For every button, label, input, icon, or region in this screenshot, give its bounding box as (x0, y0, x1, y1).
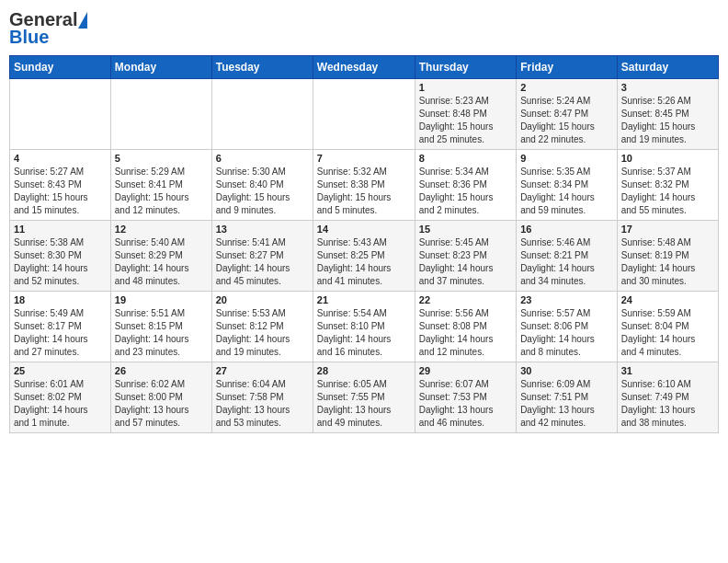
day-info: Sunrise: 6:07 AM Sunset: 7:53 PM Dayligh… (419, 378, 512, 430)
calendar-cell: 17Sunrise: 5:48 AM Sunset: 8:19 PM Dayli… (617, 221, 718, 292)
day-info: Sunrise: 5:38 AM Sunset: 8:30 PM Dayligh… (14, 236, 107, 288)
day-number: 18 (14, 294, 107, 305)
calendar-week-5: 25Sunrise: 6:01 AM Sunset: 8:02 PM Dayli… (10, 362, 719, 433)
day-number: 7 (317, 153, 411, 164)
day-info: Sunrise: 5:37 AM Sunset: 8:32 PM Dayligh… (621, 166, 714, 217)
calendar-week-2: 4Sunrise: 5:27 AM Sunset: 8:43 PM Daylig… (10, 150, 719, 221)
day-number: 23 (520, 294, 613, 305)
logo-blue-text: Blue (9, 27, 49, 48)
calendar-week-1: 1Sunrise: 5:23 AM Sunset: 8:48 PM Daylig… (10, 79, 719, 150)
day-number: 30 (520, 365, 613, 376)
day-number: 25 (14, 365, 107, 376)
day-header-tuesday: Tuesday (211, 56, 313, 79)
day-info: Sunrise: 5:32 AM Sunset: 8:38 PM Dayligh… (317, 166, 411, 217)
calendar-cell: 30Sunrise: 6:09 AM Sunset: 7:51 PM Dayli… (517, 362, 618, 433)
day-info: Sunrise: 6:05 AM Sunset: 7:55 PM Dayligh… (317, 378, 411, 430)
day-info: Sunrise: 5:53 AM Sunset: 8:12 PM Dayligh… (216, 307, 309, 359)
calendar-table: SundayMondayTuesdayWednesdayThursdayFrid… (9, 55, 719, 433)
day-number: 5 (115, 153, 208, 164)
calendar-cell: 8Sunrise: 5:34 AM Sunset: 8:36 PM Daylig… (415, 150, 516, 221)
day-info: Sunrise: 5:35 AM Sunset: 8:34 PM Dayligh… (520, 166, 613, 217)
calendar-cell (313, 79, 415, 150)
calendar-cell: 1Sunrise: 5:23 AM Sunset: 8:48 PM Daylig… (415, 79, 516, 150)
day-number: 4 (14, 153, 107, 164)
day-info: Sunrise: 6:10 AM Sunset: 7:49 PM Dayligh… (621, 378, 714, 430)
day-number: 31 (621, 365, 714, 376)
calendar-cell: 3Sunrise: 5:26 AM Sunset: 8:45 PM Daylig… (617, 79, 718, 150)
day-number: 15 (419, 224, 512, 235)
calendar-cell: 12Sunrise: 5:40 AM Sunset: 8:29 PM Dayli… (110, 221, 211, 292)
day-number: 12 (115, 224, 208, 235)
calendar-cell (10, 79, 111, 150)
calendar-cell: 2Sunrise: 5:24 AM Sunset: 8:47 PM Daylig… (517, 79, 618, 150)
calendar-cell: 29Sunrise: 6:07 AM Sunset: 7:53 PM Dayli… (415, 362, 516, 433)
day-number: 6 (216, 153, 309, 164)
calendar-header-row: SundayMondayTuesdayWednesdayThursdayFrid… (10, 56, 719, 79)
day-number: 9 (520, 153, 613, 164)
calendar-cell: 5Sunrise: 5:29 AM Sunset: 8:41 PM Daylig… (110, 150, 211, 221)
calendar-cell: 25Sunrise: 6:01 AM Sunset: 8:02 PM Dayli… (10, 362, 111, 433)
day-info: Sunrise: 5:29 AM Sunset: 8:41 PM Dayligh… (115, 166, 208, 217)
day-header-sunday: Sunday (10, 56, 111, 79)
day-number: 8 (419, 153, 512, 164)
calendar-cell (211, 79, 313, 150)
day-info: Sunrise: 5:34 AM Sunset: 8:36 PM Dayligh… (419, 166, 512, 217)
day-number: 2 (520, 82, 613, 93)
calendar-cell: 10Sunrise: 5:37 AM Sunset: 8:32 PM Dayli… (617, 150, 718, 221)
day-header-saturday: Saturday (617, 56, 718, 79)
logo: General Blue (9, 9, 87, 48)
day-header-wednesday: Wednesday (313, 56, 415, 79)
day-number: 22 (419, 294, 512, 305)
day-number: 1 (419, 82, 512, 93)
day-info: Sunrise: 5:48 AM Sunset: 8:19 PM Dayligh… (621, 236, 714, 288)
day-info: Sunrise: 5:49 AM Sunset: 8:17 PM Dayligh… (14, 307, 107, 359)
day-info: Sunrise: 5:51 AM Sunset: 8:15 PM Dayligh… (115, 307, 208, 359)
day-info: Sunrise: 5:59 AM Sunset: 8:04 PM Dayligh… (621, 307, 714, 359)
day-info: Sunrise: 5:56 AM Sunset: 8:08 PM Dayligh… (419, 307, 512, 359)
day-info: Sunrise: 6:09 AM Sunset: 7:51 PM Dayligh… (520, 378, 613, 430)
day-info: Sunrise: 6:04 AM Sunset: 7:58 PM Dayligh… (216, 378, 309, 430)
day-number: 26 (115, 365, 208, 376)
calendar-week-4: 18Sunrise: 5:49 AM Sunset: 8:17 PM Dayli… (10, 292, 719, 362)
day-header-thursday: Thursday (415, 56, 516, 79)
day-info: Sunrise: 5:23 AM Sunset: 8:48 PM Dayligh… (419, 95, 512, 146)
day-number: 28 (317, 365, 411, 376)
calendar-cell: 19Sunrise: 5:51 AM Sunset: 8:15 PM Dayli… (110, 292, 211, 362)
calendar-cell: 7Sunrise: 5:32 AM Sunset: 8:38 PM Daylig… (313, 150, 415, 221)
calendar-cell: 18Sunrise: 5:49 AM Sunset: 8:17 PM Dayli… (10, 292, 111, 362)
calendar-cell: 9Sunrise: 5:35 AM Sunset: 8:34 PM Daylig… (517, 150, 618, 221)
day-header-monday: Monday (110, 56, 211, 79)
calendar-cell: 24Sunrise: 5:59 AM Sunset: 8:04 PM Dayli… (617, 292, 718, 362)
logo-triangle-icon (78, 12, 87, 29)
day-info: Sunrise: 6:02 AM Sunset: 8:00 PM Dayligh… (115, 378, 208, 430)
day-info: Sunrise: 5:43 AM Sunset: 8:25 PM Dayligh… (317, 236, 411, 288)
calendar-cell: 16Sunrise: 5:46 AM Sunset: 8:21 PM Dayli… (517, 221, 618, 292)
calendar-cell (110, 79, 211, 150)
calendar-week-3: 11Sunrise: 5:38 AM Sunset: 8:30 PM Dayli… (10, 221, 719, 292)
calendar-cell: 20Sunrise: 5:53 AM Sunset: 8:12 PM Dayli… (211, 292, 313, 362)
day-number: 29 (419, 365, 512, 376)
calendar-cell: 15Sunrise: 5:45 AM Sunset: 8:23 PM Dayli… (415, 221, 516, 292)
day-info: Sunrise: 6:01 AM Sunset: 8:02 PM Dayligh… (14, 378, 107, 430)
day-number: 11 (14, 224, 107, 235)
calendar-cell: 23Sunrise: 5:57 AM Sunset: 8:06 PM Dayli… (517, 292, 618, 362)
day-info: Sunrise: 5:27 AM Sunset: 8:43 PM Dayligh… (14, 166, 107, 217)
calendar-cell: 4Sunrise: 5:27 AM Sunset: 8:43 PM Daylig… (10, 150, 111, 221)
day-number: 20 (216, 294, 309, 305)
calendar-cell: 6Sunrise: 5:30 AM Sunset: 8:40 PM Daylig… (211, 150, 313, 221)
calendar-cell: 27Sunrise: 6:04 AM Sunset: 7:58 PM Dayli… (211, 362, 313, 433)
day-info: Sunrise: 5:40 AM Sunset: 8:29 PM Dayligh… (115, 236, 208, 288)
day-number: 21 (317, 294, 411, 305)
day-info: Sunrise: 5:57 AM Sunset: 8:06 PM Dayligh… (520, 307, 613, 359)
day-header-friday: Friday (517, 56, 618, 79)
day-number: 10 (621, 153, 714, 164)
day-number: 19 (115, 294, 208, 305)
day-number: 17 (621, 224, 714, 235)
day-info: Sunrise: 5:45 AM Sunset: 8:23 PM Dayligh… (419, 236, 512, 288)
day-info: Sunrise: 5:26 AM Sunset: 8:45 PM Dayligh… (621, 95, 714, 146)
day-info: Sunrise: 5:46 AM Sunset: 8:21 PM Dayligh… (520, 236, 613, 288)
calendar-cell: 31Sunrise: 6:10 AM Sunset: 7:49 PM Dayli… (617, 362, 718, 433)
day-number: 16 (520, 224, 613, 235)
day-number: 13 (216, 224, 309, 235)
calendar-cell: 11Sunrise: 5:38 AM Sunset: 8:30 PM Dayli… (10, 221, 111, 292)
